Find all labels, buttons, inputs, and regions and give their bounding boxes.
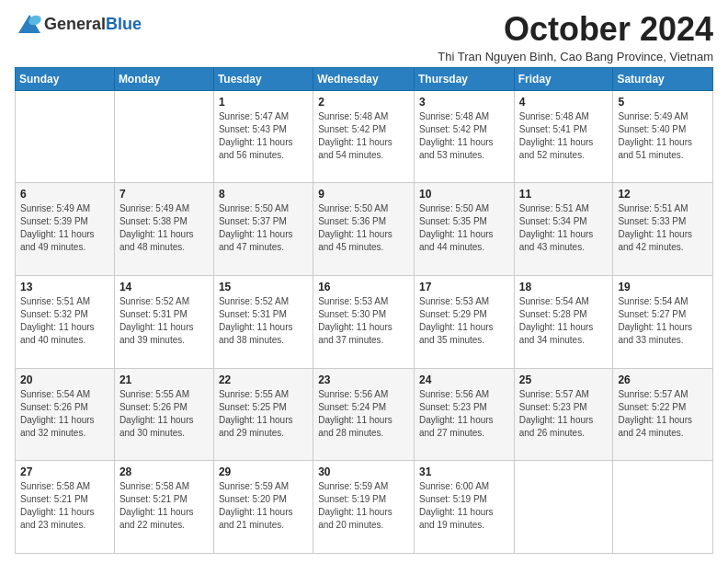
- day-info: Sunrise: 5:56 AM Sunset: 5:23 PM Dayligh…: [419, 388, 509, 440]
- day-info: Sunrise: 5:55 AM Sunset: 5:26 PM Dayligh…: [119, 388, 209, 440]
- day-info: Sunrise: 5:49 AM Sunset: 5:40 PM Dayligh…: [618, 110, 708, 162]
- day-info: Sunrise: 5:48 AM Sunset: 5:42 PM Dayligh…: [318, 110, 409, 162]
- day-info: Sunrise: 5:53 AM Sunset: 5:29 PM Dayligh…: [419, 295, 509, 347]
- calendar-week-row: 20Sunrise: 5:54 AM Sunset: 5:26 PM Dayli…: [16, 368, 713, 461]
- day-number: 5: [618, 95, 708, 109]
- table-row: [514, 461, 613, 554]
- calendar-week-row: 13Sunrise: 5:51 AM Sunset: 5:32 PM Dayli…: [16, 275, 713, 368]
- day-number: 25: [519, 373, 609, 387]
- day-number: 26: [618, 373, 708, 387]
- day-info: Sunrise: 5:59 AM Sunset: 5:19 PM Dayligh…: [318, 480, 409, 532]
- table-row: 2Sunrise: 5:48 AM Sunset: 5:42 PM Daylig…: [313, 90, 415, 183]
- table-row: [613, 461, 713, 554]
- table-row: 26Sunrise: 5:57 AM Sunset: 5:22 PM Dayli…: [613, 368, 713, 461]
- day-info: Sunrise: 5:55 AM Sunset: 5:25 PM Dayligh…: [219, 388, 308, 440]
- table-row: 21Sunrise: 5:55 AM Sunset: 5:26 PM Dayli…: [114, 368, 213, 461]
- day-info: Sunrise: 5:48 AM Sunset: 5:42 PM Dayligh…: [419, 110, 509, 162]
- day-info: Sunrise: 5:49 AM Sunset: 5:39 PM Dayligh…: [20, 202, 109, 254]
- day-number: 28: [119, 465, 209, 479]
- day-number: 10: [419, 187, 509, 201]
- day-number: 4: [519, 95, 609, 109]
- calendar-table: Sunday Monday Tuesday Wednesday Thursday…: [15, 67, 713, 554]
- day-info: Sunrise: 5:47 AM Sunset: 5:43 PM Dayligh…: [219, 110, 308, 162]
- day-number: 16: [318, 280, 409, 294]
- table-row: 9Sunrise: 5:50 AM Sunset: 5:36 PM Daylig…: [313, 183, 415, 276]
- subtitle: Thi Tran Nguyen Binh, Cao Bang Province,…: [438, 50, 713, 63]
- table-row: 11Sunrise: 5:51 AM Sunset: 5:34 PM Dayli…: [514, 183, 613, 276]
- table-row: 20Sunrise: 5:54 AM Sunset: 5:26 PM Dayli…: [16, 368, 115, 461]
- logo-icon: [15, 11, 44, 37]
- table-row: 13Sunrise: 5:51 AM Sunset: 5:32 PM Dayli…: [16, 275, 115, 368]
- day-number: 20: [20, 373, 109, 387]
- day-info: Sunrise: 5:58 AM Sunset: 5:21 PM Dayligh…: [119, 480, 209, 532]
- day-number: 1: [219, 95, 308, 109]
- day-number: 31: [419, 465, 509, 479]
- day-number: 14: [119, 280, 209, 294]
- day-number: 13: [20, 280, 109, 294]
- title-block: October 2024 Thi Tran Nguyen Binh, Cao B…: [438, 11, 713, 63]
- table-row: 15Sunrise: 5:52 AM Sunset: 5:31 PM Dayli…: [213, 275, 313, 368]
- table-row: 27Sunrise: 5:58 AM Sunset: 5:21 PM Dayli…: [16, 461, 115, 554]
- calendar-week-row: 27Sunrise: 5:58 AM Sunset: 5:21 PM Dayli…: [16, 461, 713, 554]
- day-info: Sunrise: 5:56 AM Sunset: 5:24 PM Dayligh…: [318, 388, 409, 440]
- day-number: 23: [318, 373, 409, 387]
- table-row: 17Sunrise: 5:53 AM Sunset: 5:29 PM Dayli…: [414, 275, 514, 368]
- table-row: 6Sunrise: 5:49 AM Sunset: 5:39 PM Daylig…: [16, 183, 115, 276]
- col-monday: Monday: [114, 67, 213, 90]
- table-row: 8Sunrise: 5:50 AM Sunset: 5:37 PM Daylig…: [213, 183, 313, 276]
- day-number: 29: [219, 465, 308, 479]
- page: GeneralBlue October 2024 Thi Tran Nguyen…: [0, 0, 728, 563]
- table-row: 24Sunrise: 5:56 AM Sunset: 5:23 PM Dayli…: [414, 368, 514, 461]
- day-number: 22: [219, 373, 308, 387]
- day-number: 6: [20, 187, 109, 201]
- table-row: 22Sunrise: 5:55 AM Sunset: 5:25 PM Dayli…: [213, 368, 313, 461]
- table-row: 1Sunrise: 5:47 AM Sunset: 5:43 PM Daylig…: [213, 90, 313, 183]
- logo: GeneralBlue: [15, 11, 142, 37]
- month-title: October 2024: [438, 11, 713, 48]
- day-number: 9: [318, 187, 409, 201]
- day-info: Sunrise: 6:00 AM Sunset: 5:19 PM Dayligh…: [419, 480, 509, 532]
- table-row: 31Sunrise: 6:00 AM Sunset: 5:19 PM Dayli…: [414, 461, 514, 554]
- table-row: [114, 90, 213, 183]
- day-info: Sunrise: 5:57 AM Sunset: 5:22 PM Dayligh…: [618, 388, 708, 440]
- day-number: 30: [318, 465, 409, 479]
- day-info: Sunrise: 5:52 AM Sunset: 5:31 PM Dayligh…: [119, 295, 209, 347]
- table-row: 29Sunrise: 5:59 AM Sunset: 5:20 PM Dayli…: [213, 461, 313, 554]
- table-row: 10Sunrise: 5:50 AM Sunset: 5:35 PM Dayli…: [414, 183, 514, 276]
- day-info: Sunrise: 5:54 AM Sunset: 5:27 PM Dayligh…: [618, 295, 708, 347]
- table-row: 14Sunrise: 5:52 AM Sunset: 5:31 PM Dayli…: [114, 275, 213, 368]
- table-row: 5Sunrise: 5:49 AM Sunset: 5:40 PM Daylig…: [613, 90, 713, 183]
- day-info: Sunrise: 5:51 AM Sunset: 5:33 PM Dayligh…: [618, 202, 708, 254]
- calendar-header-row: Sunday Monday Tuesday Wednesday Thursday…: [16, 67, 713, 90]
- day-info: Sunrise: 5:59 AM Sunset: 5:20 PM Dayligh…: [219, 480, 308, 532]
- table-row: [16, 90, 115, 183]
- day-number: 2: [318, 95, 409, 109]
- calendar-week-row: 1Sunrise: 5:47 AM Sunset: 5:43 PM Daylig…: [16, 90, 713, 183]
- day-info: Sunrise: 5:54 AM Sunset: 5:28 PM Dayligh…: [519, 295, 609, 347]
- day-info: Sunrise: 5:58 AM Sunset: 5:21 PM Dayligh…: [20, 480, 109, 532]
- day-number: 12: [618, 187, 708, 201]
- table-row: 12Sunrise: 5:51 AM Sunset: 5:33 PM Dayli…: [613, 183, 713, 276]
- header: GeneralBlue October 2024 Thi Tran Nguyen…: [15, 11, 713, 63]
- day-number: 7: [119, 187, 209, 201]
- table-row: 7Sunrise: 5:49 AM Sunset: 5:38 PM Daylig…: [114, 183, 213, 276]
- day-number: 11: [519, 187, 609, 201]
- day-number: 8: [219, 187, 308, 201]
- col-thursday: Thursday: [414, 67, 514, 90]
- day-number: 18: [519, 280, 609, 294]
- logo-general: General: [44, 15, 106, 34]
- day-info: Sunrise: 5:49 AM Sunset: 5:38 PM Dayligh…: [119, 202, 209, 254]
- day-info: Sunrise: 5:50 AM Sunset: 5:36 PM Dayligh…: [318, 202, 409, 254]
- table-row: 3Sunrise: 5:48 AM Sunset: 5:42 PM Daylig…: [414, 90, 514, 183]
- table-row: 25Sunrise: 5:57 AM Sunset: 5:23 PM Dayli…: [514, 368, 613, 461]
- day-number: 15: [219, 280, 308, 294]
- table-row: 16Sunrise: 5:53 AM Sunset: 5:30 PM Dayli…: [313, 275, 415, 368]
- table-row: 19Sunrise: 5:54 AM Sunset: 5:27 PM Dayli…: [613, 275, 713, 368]
- day-info: Sunrise: 5:53 AM Sunset: 5:30 PM Dayligh…: [318, 295, 409, 347]
- logo-blue: Blue: [106, 15, 142, 34]
- col-friday: Friday: [514, 67, 613, 90]
- table-row: 28Sunrise: 5:58 AM Sunset: 5:21 PM Dayli…: [114, 461, 213, 554]
- day-info: Sunrise: 5:50 AM Sunset: 5:35 PM Dayligh…: [419, 202, 509, 254]
- table-row: 23Sunrise: 5:56 AM Sunset: 5:24 PM Dayli…: [313, 368, 415, 461]
- table-row: 18Sunrise: 5:54 AM Sunset: 5:28 PM Dayli…: [514, 275, 613, 368]
